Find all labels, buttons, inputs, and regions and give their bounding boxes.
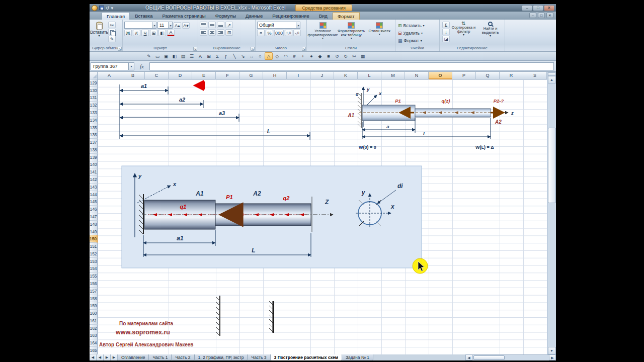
vertical-scroll-track[interactable] (548, 83, 556, 347)
draw-tool-icon-8[interactable]: ⊞ (205, 52, 213, 60)
row-header-129[interactable]: 129 (90, 79, 98, 87)
align-right-icon[interactable] (217, 29, 224, 36)
row-header-140[interactable]: 140 (90, 161, 98, 169)
scrollbar-split-handle[interactable] (548, 72, 556, 76)
format-painter-icon[interactable]: ✎ (108, 36, 116, 42)
ribbon-tab-1[interactable]: Главная (102, 12, 130, 20)
copy-icon[interactable] (108, 29, 116, 35)
font-name-dropdown-icon[interactable]: ▾ (152, 22, 156, 28)
align-center-icon[interactable] (208, 29, 216, 36)
row-header-133[interactable]: 133 (90, 109, 98, 117)
draw-tool-icon-11[interactable]: ╲ (230, 52, 238, 60)
maximize-button[interactable]: □ (533, 5, 543, 11)
ribbon-tab-4[interactable]: Формулы (211, 12, 240, 20)
row-header-138[interactable]: 138 (90, 146, 98, 154)
fill-color-icon[interactable]: ◧ (158, 30, 166, 36)
draw-tool-icon-1[interactable]: ✎ (145, 52, 153, 60)
format-as-table-button[interactable]: Форматировать как таблицу ▾ (337, 21, 365, 46)
draw-tool-icon-19[interactable]: + (299, 52, 307, 60)
draw-tool-icon-2[interactable]: ▭ (153, 52, 162, 60)
ribbon-tab-6[interactable]: Рецензирование (268, 12, 313, 20)
draw-tool-icon-6[interactable]: ☰ (188, 52, 196, 60)
column-header-D[interactable]: D (169, 72, 192, 79)
workbook-close-button[interactable]: ✕ (546, 13, 553, 18)
draw-tool-icon-4[interactable]: ◧ (171, 52, 179, 60)
column-header-E[interactable]: E (192, 72, 216, 79)
ribbon-tab-2[interactable]: Вставка (130, 12, 157, 20)
close-button[interactable]: ✕ (544, 5, 554, 11)
font-name-select[interactable]: ▾ (124, 22, 156, 29)
next-sheet-icon[interactable]: ▶ (104, 354, 111, 360)
row-header-155[interactable]: 155 (90, 273, 98, 280)
scroll-up-icon[interactable]: ▲ (548, 76, 556, 83)
autosum-icon[interactable]: Σ (442, 22, 450, 28)
column-header-Q[interactable]: Q (476, 72, 500, 79)
alignment-dialog-launcher-icon[interactable]: ↘ (251, 47, 255, 51)
column-header-H[interactable]: H (263, 72, 287, 79)
row-header-144[interactable]: 144 (90, 191, 98, 199)
row-header-154[interactable]: 154 (90, 265, 98, 273)
row-header-162[interactable]: 162 (90, 325, 98, 332)
workbook-restore-button[interactable]: □ (538, 13, 545, 18)
font-color-icon[interactable]: А (167, 30, 175, 36)
row-header-164[interactable]: 164 (90, 339, 98, 347)
cell-styles-button[interactable]: Стили ячеек ▾ (365, 21, 393, 46)
context-tab-header[interactable]: Средства рисования (295, 5, 352, 11)
draw-tool-icon-21[interactable]: ◆ (316, 52, 324, 60)
paste-dropdown-icon[interactable]: ▾ (98, 35, 100, 37)
ribbon-tab-7[interactable]: Вид (314, 12, 332, 20)
sheet-tab-5[interactable]: Часть 3 (248, 354, 270, 360)
row-header-137[interactable]: 137 (90, 139, 98, 146)
row-header-151[interactable]: 151 (90, 243, 98, 250)
vertical-scrollbar[interactable]: ▲ ▼ (547, 72, 556, 354)
fill-icon[interactable]: ↓ (442, 29, 450, 35)
scroll-right-icon[interactable]: ▶ (549, 354, 556, 360)
row-header-152[interactable]: 152 (90, 250, 98, 258)
borders-icon[interactable]: ⊞ (150, 30, 157, 36)
column-header-C[interactable]: C (145, 72, 169, 79)
column-header-R[interactable]: R (500, 72, 523, 79)
italic-button[interactable]: К (133, 30, 140, 36)
vertical-scroll-thumb[interactable] (548, 128, 556, 203)
row-header-165[interactable]: 165 (90, 347, 98, 354)
cells-grid[interactable]: a1 a2 a3 L y x 0 (98, 79, 547, 354)
row-header-147[interactable]: 147 (90, 213, 98, 221)
ribbon-tab-3[interactable]: Разметка страницы (157, 12, 210, 20)
column-header-J[interactable]: J (310, 72, 334, 79)
thousands-format-icon[interactable]: 000 (274, 30, 284, 36)
paste-button[interactable]: Вставить ▾ (91, 21, 107, 46)
row-header-161[interactable]: 161 (90, 317, 98, 325)
office-button-icon[interactable] (92, 5, 98, 11)
row-header-141[interactable]: 141 (90, 168, 98, 176)
insert-function-icon[interactable]: fx (134, 63, 149, 69)
font-size-dropdown-icon[interactable]: ▾ (168, 22, 172, 28)
percent-format-icon[interactable]: % (266, 30, 273, 36)
name-box-dropdown-icon[interactable]: ▾ (129, 62, 134, 70)
row-header-131[interactable]: 131 (90, 95, 98, 102)
draw-tool-icon-18[interactable]: # (290, 52, 298, 60)
column-header-N[interactable]: N (405, 72, 429, 79)
column-header-G[interactable]: G (239, 72, 263, 79)
bold-button[interactable]: Ж (124, 30, 132, 36)
undo-icon[interactable]: ↺ (106, 5, 110, 11)
scroll-down-icon[interactable]: ▼ (548, 347, 556, 354)
row-header-146[interactable]: 146 (90, 206, 98, 213)
row-header-160[interactable]: 160 (90, 310, 98, 317)
horizontal-scroll-track[interactable] (472, 354, 549, 360)
draw-tool-icon-22[interactable]: ■ (325, 52, 333, 60)
sheet-tab-7[interactable]: Задача № 1 (342, 354, 373, 360)
save-icon[interactable] (99, 6, 104, 10)
currency-format-icon[interactable]: ¤ (257, 30, 265, 36)
draw-tool-icon-5[interactable]: ▤ (179, 52, 187, 60)
column-header-S[interactable]: S (523, 72, 547, 79)
format-cells-button[interactable]: ▦ Формат ▾ (397, 37, 438, 44)
decrease-decimal-icon[interactable]: -,0 (293, 30, 301, 36)
column-header-F[interactable]: F (216, 72, 239, 79)
column-header-P[interactable]: P (452, 72, 476, 79)
formula-input[interactable] (149, 62, 554, 70)
column-header-L[interactable]: L (358, 72, 381, 79)
number-format-dropdown-icon[interactable]: ▾ (296, 22, 300, 28)
qat-dropdown-icon[interactable]: ▾ (111, 5, 114, 11)
find-select-button[interactable]: Найти и выделить ▾ (477, 21, 503, 46)
sheet-tab-2[interactable]: Часть 1 (149, 354, 172, 360)
